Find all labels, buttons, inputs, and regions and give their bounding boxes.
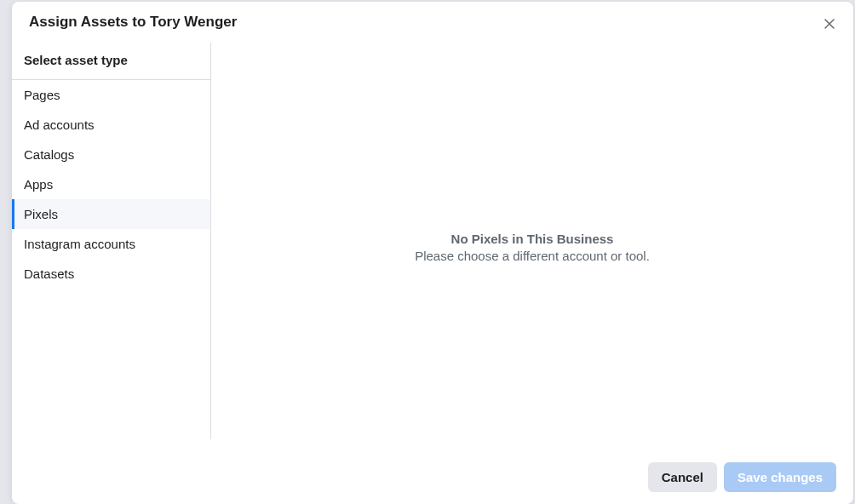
close-icon <box>821 15 838 32</box>
modal-body: Select asset type Pages Ad accounts Cata… <box>12 43 853 452</box>
close-button[interactable] <box>818 12 841 36</box>
sidebar-item-pixels[interactable]: Pixels <box>12 199 210 229</box>
empty-state-title: No Pixels in This Business <box>451 232 614 246</box>
sidebar-item-apps[interactable]: Apps <box>12 169 210 199</box>
content-area: No Pixels in This Business Please choose… <box>211 43 853 452</box>
sidebar-items: Pages Ad accounts Catalogs Apps Pixels I… <box>12 80 210 289</box>
sidebar-item-ad-accounts[interactable]: Ad accounts <box>12 110 210 140</box>
assign-assets-modal: Assign Assets to Tory Wenger Select asse… <box>12 2 853 504</box>
modal-footer: Cancel Save changes <box>12 452 853 504</box>
empty-state-subtitle: Please choose a different account or too… <box>415 249 650 263</box>
sidebar-item-catalogs[interactable]: Catalogs <box>12 140 210 169</box>
cancel-button[interactable]: Cancel <box>648 462 717 492</box>
save-changes-button[interactable]: Save changes <box>724 462 836 492</box>
sidebar-item-instagram-accounts[interactable]: Instagram accounts <box>12 229 210 259</box>
modal-title: Assign Assets to Tory Wenger <box>29 14 237 31</box>
modal-header: Assign Assets to Tory Wenger <box>12 2 853 43</box>
asset-type-sidebar: Select asset type Pages Ad accounts Cata… <box>12 43 211 439</box>
sidebar-title: Select asset type <box>12 43 210 80</box>
sidebar-item-datasets[interactable]: Datasets <box>12 259 210 289</box>
sidebar-item-pages[interactable]: Pages <box>12 80 210 110</box>
